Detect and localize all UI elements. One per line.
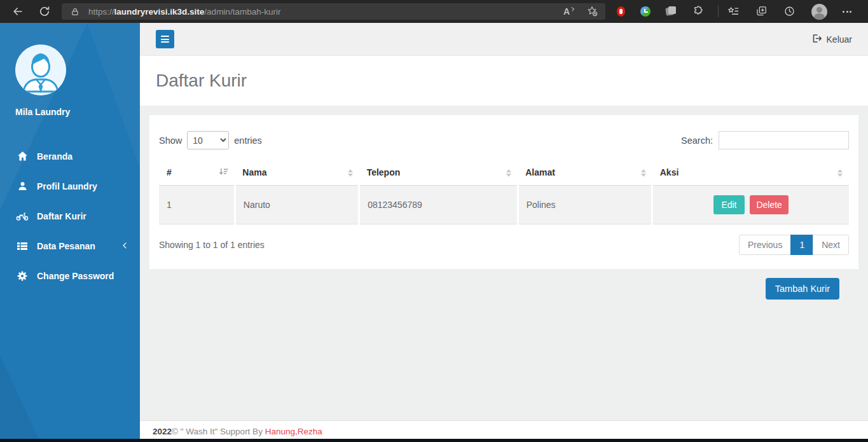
sidebar-item-label: Change Password bbox=[37, 271, 114, 281]
history-icon[interactable] bbox=[783, 5, 796, 18]
page-title: Daftar Kurir bbox=[156, 71, 247, 91]
content-area: Show 10 entries Search: bbox=[140, 106, 868, 420]
column-header-aksi[interactable]: Aksi bbox=[652, 162, 849, 186]
sidebar-toggle-button[interactable] bbox=[156, 30, 174, 48]
favorite-add-icon[interactable] bbox=[586, 5, 599, 18]
toolbar-separator bbox=[718, 6, 719, 17]
sidebar-item-label: Profil Laundry bbox=[37, 181, 97, 191]
sort-both-icon bbox=[641, 169, 646, 177]
cell-aksi: Edit Delete bbox=[652, 186, 849, 224]
page-length-control: Show 10 entries bbox=[159, 131, 262, 149]
pagination-previous[interactable]: Previous bbox=[739, 235, 791, 255]
delete-button[interactable]: Delete bbox=[750, 195, 788, 214]
table-row: 1 Naruto 08123456789 Polines Edit Delete bbox=[159, 186, 849, 224]
content-header: Daftar Kurir bbox=[140, 56, 868, 106]
chevron-left-icon bbox=[122, 241, 127, 251]
sidebar-profile: Mila Laundry bbox=[0, 23, 140, 117]
sidebar-item-beranda[interactable]: Beranda bbox=[0, 141, 140, 171]
add-courier-button[interactable]: Tambah Kurir bbox=[766, 278, 839, 300]
search-label: Search: bbox=[681, 135, 713, 146]
collections-icon[interactable] bbox=[755, 5, 768, 18]
extensions-puzzle-icon[interactable] bbox=[691, 5, 704, 18]
footer-text: © " Wash It" Support By bbox=[172, 427, 265, 436]
sign-out-icon bbox=[812, 34, 822, 45]
edit-button[interactable]: Edit bbox=[713, 195, 744, 214]
home-icon bbox=[16, 151, 29, 162]
refresh-icon[interactable] bbox=[38, 5, 51, 18]
address-bar[interactable]: https://laundryrevisi.ik3d.site/admin/ta… bbox=[62, 3, 605, 20]
url-text: https://laundryrevisi.ik3d.site/admin/ta… bbox=[88, 7, 563, 17]
download-manager-extension-icon[interactable] bbox=[640, 6, 651, 17]
courier-table: # Nama bbox=[159, 162, 849, 224]
logout-link[interactable]: Keluar bbox=[812, 34, 852, 45]
sidebar-menu: Beranda Profil Laundry Daftar Kurir bbox=[0, 141, 140, 291]
sidebar-item-data-pesanan[interactable]: Data Pesanan bbox=[0, 231, 140, 261]
browser-chrome: https://laundryrevisi.ik3d.site/admin/ta… bbox=[0, 0, 868, 23]
adblock-extension-icon[interactable] bbox=[617, 6, 625, 17]
extensions-group bbox=[617, 5, 704, 18]
footer-year: 2022 bbox=[153, 427, 172, 436]
column-header-alamat[interactable]: Alamat bbox=[518, 162, 652, 186]
courier-table-card: Show 10 entries Search: bbox=[149, 115, 858, 269]
user-icon bbox=[16, 181, 29, 191]
sort-both-icon bbox=[837, 169, 843, 177]
sidebar: Mila Laundry Beranda Profil Laundry bbox=[0, 23, 140, 442]
cell-alamat: Polines bbox=[518, 186, 652, 224]
browser-profile-avatar[interactable] bbox=[811, 4, 827, 20]
pagination-next[interactable]: Next bbox=[813, 235, 849, 255]
column-header-num[interactable]: # bbox=[159, 162, 235, 186]
entries-label: entries bbox=[234, 135, 262, 146]
pagination: Previous 1 Next bbox=[739, 235, 849, 255]
search-input[interactable] bbox=[719, 131, 849, 149]
page-length-select[interactable]: 10 bbox=[187, 131, 229, 149]
sidebar-item-change-password[interactable]: Change Password bbox=[0, 261, 140, 291]
user-name: Mila Laundry bbox=[15, 107, 140, 117]
cell-nama: Naruto bbox=[235, 186, 359, 224]
window-bottom-edge bbox=[0, 439, 868, 442]
sidebar-item-label: Daftar Kurir bbox=[37, 211, 86, 221]
sidebar-item-daftar-kurir[interactable]: Daftar Kurir bbox=[0, 201, 140, 231]
lock-icon bbox=[71, 7, 79, 17]
column-header-nama[interactable]: Nama bbox=[235, 162, 359, 186]
user-avatar bbox=[15, 45, 66, 95]
column-header-telepon[interactable]: Telepon bbox=[359, 162, 518, 186]
back-icon[interactable] bbox=[11, 5, 24, 18]
read-aloud-icon[interactable]: A bbox=[563, 6, 574, 17]
sidebar-item-label: Data Pesanan bbox=[37, 241, 95, 251]
top-navbar: Keluar bbox=[140, 23, 868, 56]
motorcycle-icon bbox=[16, 211, 29, 221]
sort-both-icon bbox=[506, 169, 511, 177]
favorites-bar-icon[interactable] bbox=[727, 5, 740, 18]
browser-menu-icon[interactable] bbox=[843, 11, 851, 13]
sort-both-icon bbox=[348, 169, 353, 177]
table-icon bbox=[16, 242, 29, 251]
url-domain: laundryrevisi.ik3d.site bbox=[114, 7, 205, 17]
table-search-control: Search: bbox=[681, 131, 849, 149]
gear-icon bbox=[16, 271, 29, 281]
show-label: Show bbox=[159, 135, 182, 146]
table-info: Showing 1 to 1 of 1 entries bbox=[159, 240, 265, 250]
toolbar-right-group bbox=[727, 4, 851, 20]
cell-telepon: 08123456789 bbox=[359, 186, 518, 224]
footer-credit-link[interactable]: Hanung,Rezha bbox=[265, 427, 322, 436]
photos-extension-icon[interactable] bbox=[666, 6, 676, 17]
pagination-page-1[interactable]: 1 bbox=[791, 235, 813, 255]
sidebar-item-label: Beranda bbox=[37, 151, 72, 162]
sidebar-item-profil-laundry[interactable]: Profil Laundry bbox=[0, 171, 140, 201]
cell-num: 1 bbox=[159, 186, 235, 224]
logout-label: Keluar bbox=[827, 34, 852, 45]
sort-asc-icon bbox=[219, 168, 228, 176]
